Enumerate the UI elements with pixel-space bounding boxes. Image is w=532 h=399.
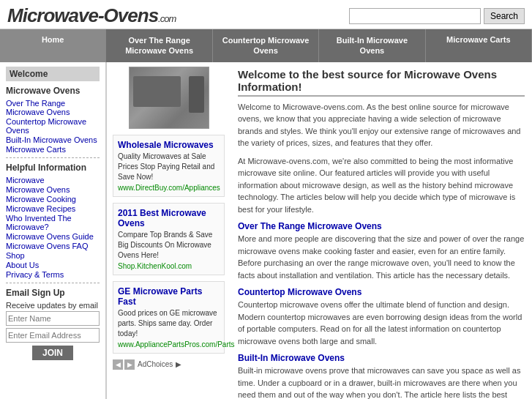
join-button[interactable]: JOIN xyxy=(32,346,73,360)
sidebar-link-microwave-cooking[interactable]: Microwave Cooking xyxy=(6,195,100,204)
search-area: Search xyxy=(349,8,525,24)
content-text-over-range: More and more people are discovering tha… xyxy=(238,233,525,281)
nav-builtin[interactable]: Built-In MicrowaveOvens xyxy=(319,29,425,62)
ad-desc-1: Quality Microwaves at Sale Prices Stop P… xyxy=(118,152,220,182)
content-text-builtin: Built-in microwave ovens prove that micr… xyxy=(238,365,525,399)
sidebar-link-about[interactable]: About Us xyxy=(6,261,100,269)
sidebar-microwave-ovens-title: Microwave Ovens xyxy=(6,86,100,96)
sidebar-link-who-invented[interactable]: Who Invented The Microwave? xyxy=(6,214,100,231)
sidebar-name-input[interactable] xyxy=(6,311,100,326)
sidebar-link-ovens-guide[interactable]: Microwave Ovens Guide xyxy=(6,232,100,241)
ad-title-1[interactable]: Wholesale Microwaves xyxy=(118,140,220,150)
search-input[interactable] xyxy=(349,8,481,24)
logo-com: .com xyxy=(158,13,176,24)
ad-next-button[interactable]: ▶ xyxy=(124,359,135,370)
sidebar-link-builtin[interactable]: Built-In Microwave Ovens xyxy=(6,135,100,144)
logo-name: Microwave-Ovens xyxy=(7,4,158,26)
ad-block-1: Wholesale Microwaves Quality Microwaves … xyxy=(113,135,225,197)
site-logo: Microwave-Ovens.com xyxy=(7,4,176,27)
sidebar-divider-2 xyxy=(6,283,100,283)
ad-title-3[interactable]: GE Microwave Parts Fast xyxy=(118,286,220,307)
nav-carts[interactable]: Microwave Carts xyxy=(426,29,532,62)
ad-url-2: Shop.KitchenKool.com xyxy=(118,262,220,270)
content-link-builtin[interactable]: Built-In Microwave Ovens xyxy=(238,353,525,363)
ad-column: Wholesale Microwaves Quality Microwaves … xyxy=(106,62,231,399)
content-link-over-range[interactable]: Over The Range Microwave Ovens xyxy=(238,221,525,231)
sidebar-welcome-label: Welcome xyxy=(6,67,100,81)
main-nav: Home Over The RangeMicrowave Ovens Count… xyxy=(0,29,532,62)
nav-countertop[interactable]: Countertop MicrowaveOvens xyxy=(213,29,319,62)
sidebar-link-ovens-faq[interactable]: Microwave Ovens FAQ xyxy=(6,242,100,250)
sidebar-email-desc: Receive updates by email xyxy=(6,301,100,310)
sidebar-link-microwave-recipes[interactable]: Microwave Recipes xyxy=(6,204,100,213)
sidebar-link-shop[interactable]: Shop xyxy=(6,251,100,260)
nav-home[interactable]: Home xyxy=(0,29,106,62)
ad-block-2: 2011 Best Microwave Ovens Compare Top Br… xyxy=(113,203,225,275)
sidebar-link-carts[interactable]: Microwave Carts xyxy=(6,145,100,154)
ad-choices-row: ◀ ▶ AdChoices ▶ xyxy=(113,359,225,370)
sidebar-email-input[interactable] xyxy=(6,328,100,343)
ad-desc-3: Good prices on GE microwave parts. Ships… xyxy=(118,308,220,339)
nav-over-range[interactable]: Over The RangeMicrowave Ovens xyxy=(106,29,212,62)
ad-choices-label: AdChoices xyxy=(138,360,173,368)
sidebar-link-microwave-ovens[interactable]: Microwave Ovens xyxy=(6,185,100,194)
sidebar-link-privacy[interactable]: Privacy & Terms xyxy=(6,270,100,279)
ad-title-2[interactable]: 2011 Best Microwave Ovens xyxy=(118,208,220,228)
ad-prev-button[interactable]: ◀ xyxy=(113,359,123,370)
content-link-countertop[interactable]: Countertop Microwave Ovens xyxy=(238,287,525,297)
search-button[interactable]: Search xyxy=(484,8,525,24)
logo-area: Microwave-Ovens.com xyxy=(7,4,176,27)
ad-url-3: www.AppliancePartsPros.com/Parts xyxy=(118,340,220,348)
sidebar-helpful-title: Helpful Information xyxy=(6,163,100,173)
ad-choices-icon: ▶ xyxy=(176,360,181,368)
sidebar-divider-1 xyxy=(6,157,100,158)
main-layout: Welcome Microwave Ovens Over The Range M… xyxy=(0,62,532,399)
content-intro-2: At Microwave-ovens.com, we're also commi… xyxy=(238,155,525,216)
microwave-image xyxy=(129,67,209,129)
ad-url-1: www.DirectBuy.com/Appliances xyxy=(118,184,220,192)
sidebar-email-title: Email Sign Up xyxy=(6,288,100,298)
content-text-countertop: Countertop microwave ovens offer the ult… xyxy=(238,299,525,347)
sidebar-link-microwave[interactable]: Microwave xyxy=(6,176,100,184)
header: Microwave-Ovens.com Search xyxy=(0,0,532,29)
main-content: Welcome to the best source for Microwave… xyxy=(231,62,532,399)
sidebar-link-over-range[interactable]: Over The Range Microwave Ovens xyxy=(6,99,100,116)
ad-desc-2: Compare Top Brands & Save Big Discounts … xyxy=(118,230,220,261)
content-intro-1: Welcome to Microwave-ovens.com. As the b… xyxy=(238,101,525,149)
ad-block-3: GE Microwave Parts Fast Good prices on G… xyxy=(113,281,225,354)
ad-arrows: ◀ ▶ xyxy=(113,359,135,370)
sidebar-link-countertop[interactable]: Countertop Microwave Ovens xyxy=(6,117,100,135)
sidebar: Welcome Microwave Ovens Over The Range M… xyxy=(0,62,106,399)
content-heading: Welcome to the best source for Microwave… xyxy=(238,68,525,97)
